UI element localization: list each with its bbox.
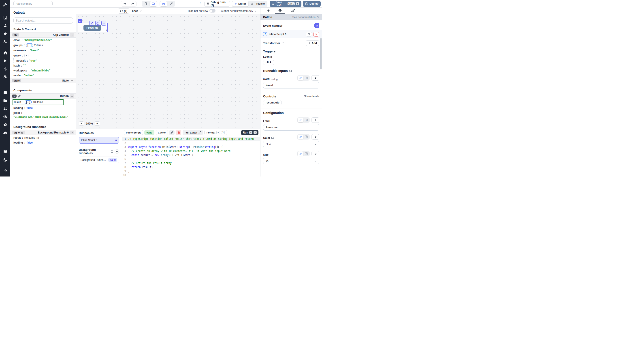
chevron-up-icon[interactable] <box>70 131 74 134</box>
format-button[interactable]: Format ⌘ S <box>204 130 227 135</box>
inline-script-tab[interactable]: Inline Script <box>124 130 143 135</box>
state-badge: state <box>12 79 21 82</box>
gear-icon[interactable] <box>0 121 10 129</box>
see-documentation-link[interactable]: See documentation <box>292 16 319 19</box>
zoom-out-button[interactable]: − <box>79 121 84 126</box>
building-icon[interactable] <box>0 14 10 22</box>
connect-input-button[interactable] <box>312 117 319 123</box>
home-icon[interactable] <box>0 49 10 57</box>
book-icon[interactable] <box>0 148 10 156</box>
mobile-view-button[interactable] <box>142 1 149 6</box>
more-menu-icon[interactable]: ⋮ <box>199 2 202 6</box>
anchor-handle[interactable] <box>95 21 100 26</box>
rail-divider <box>0 165 10 165</box>
deploy-button[interactable]: Deploy <box>303 1 321 7</box>
add-background-runnable-button[interactable] <box>115 149 119 154</box>
users-icon[interactable] <box>0 38 10 46</box>
calendar-icon[interactable] <box>0 89 10 97</box>
robot-icon[interactable] <box>0 129 10 137</box>
move-handle[interactable] <box>101 21 106 26</box>
static-mode-button[interactable] <box>298 135 304 139</box>
chevron-up-icon[interactable] <box>70 33 74 37</box>
zoom-in-button[interactable]: + <box>95 121 100 126</box>
user-icon[interactable] <box>0 22 10 30</box>
connect-input-button[interactable] <box>312 134 319 140</box>
color-select[interactable]: blue <box>263 141 319 147</box>
events-heading: Events <box>263 55 319 59</box>
code-lines[interactable]: 1// TypeScript function called "main" th… <box>122 136 260 177</box>
static-mode-button[interactable] <box>298 118 304 122</box>
static-mode-button[interactable] <box>298 76 304 80</box>
app-canvas[interactable]: a Press me − 100% + <box>76 14 260 129</box>
fullscreen-button[interactable] <box>168 1 175 6</box>
windmill-logo[interactable] <box>2 2 8 9</box>
tab-settings[interactable] <box>274 9 286 14</box>
show-details-link[interactable]: Show details <box>304 95 319 98</box>
ctx-label: App Context <box>53 33 69 37</box>
dollar-icon[interactable] <box>0 65 10 73</box>
cache-button[interactable]: Cache <box>156 130 168 135</box>
undo-button[interactable] <box>121 1 129 6</box>
bg0-section-header[interactable]: bg_0 Background Runnable 0 <box>10 130 76 135</box>
add-transformer-button[interactable]: Add <box>306 40 319 46</box>
runnable-inline-script-0[interactable]: Inline Script 0 a <box>79 137 119 144</box>
expand-array-badge[interactable]: [...] <box>26 44 33 47</box>
run-button[interactable]: Run ⌘ ↵ <box>241 130 258 135</box>
hide-bar-toggle[interactable] <box>210 9 216 13</box>
size-select[interactable]: xs <box>263 158 319 164</box>
expression-mode-button[interactable]: ƒ <box>304 118 309 122</box>
event-handler-script-row[interactable]: ƒ Inline Script 0 <box>260 30 322 38</box>
center-align-button[interactable] <box>160 1 167 6</box>
schedule-dropdown[interactable]: once <box>132 10 142 13</box>
delete-script-button[interactable] <box>176 130 181 135</box>
state-section-header[interactable]: state State <box>10 78 76 83</box>
full-editor-button[interactable]: Full Editor <box>182 130 203 135</box>
ctx-section-header[interactable]: ctx App Context <box>10 32 76 38</box>
connect-input-button[interactable] <box>312 151 319 156</box>
label-value-input[interactable] <box>263 124 319 131</box>
script-editor: Inline Script Valid Cache Full Editor Fo… <box>122 129 260 177</box>
expression-mode-button[interactable]: ƒ <box>304 76 309 80</box>
chevron-down-icon[interactable] <box>70 79 74 82</box>
pencil-icon[interactable] <box>18 95 21 98</box>
worker-group-icon[interactable] <box>0 105 10 113</box>
star-icon[interactable] <box>0 30 10 38</box>
app-summary-input[interactable] <box>14 1 52 6</box>
resize-handle[interactable] <box>105 30 107 31</box>
debug-runs-button[interactable]: Debug runs (2) <box>204 1 230 7</box>
play-icon[interactable] <box>0 57 10 65</box>
refresh-icon <box>120 10 123 12</box>
moon-icon[interactable] <box>0 156 10 164</box>
desktop-view-button[interactable] <box>150 1 157 6</box>
remove-script-button[interactable] <box>313 32 319 37</box>
expand-rail-icon[interactable] <box>0 167 10 175</box>
pencil-icon <box>300 119 302 121</box>
ai-wand-button[interactable] <box>169 130 174 135</box>
tab-editor[interactable]: Editor <box>232 1 248 7</box>
tab-preview[interactable]: Preview <box>248 1 267 7</box>
folder-open-icon[interactable] <box>0 97 10 105</box>
redo-button[interactable] <box>129 1 136 6</box>
expand-component-handle[interactable] <box>89 21 94 26</box>
ctx-row-username: username:"henri" <box>10 48 76 53</box>
open-script-button[interactable] <box>306 32 312 37</box>
search-outputs-input[interactable] <box>14 18 73 24</box>
expression-mode-button[interactable]: ƒ <box>304 135 309 139</box>
refresh-button[interactable]: (1) <box>118 8 129 14</box>
connect-input-button[interactable] <box>312 75 319 81</box>
chevron-up-icon[interactable] <box>70 94 74 98</box>
expression-mode-button[interactable]: ƒ <box>304 151 309 156</box>
scrollbar-thumb[interactable] <box>320 38 322 70</box>
save-draft-button[interactable]: Save draft CtrlS <box>270 1 302 7</box>
boxes-icon[interactable] <box>0 73 10 81</box>
eye-icon[interactable] <box>0 113 10 121</box>
component-a-header[interactable]: a Button <box>10 93 76 99</box>
tab-styling[interactable] <box>286 9 300 14</box>
expand-array-badge[interactable]: [...] <box>25 100 32 104</box>
close-icon <box>315 33 318 35</box>
button-component[interactable]: Press me <box>84 25 101 31</box>
word-value-input[interactable] <box>263 82 319 89</box>
runnable-bg0[interactable]: Background Runna... bg_0 <box>79 157 119 163</box>
tab-insert[interactable] <box>263 9 274 14</box>
static-mode-button[interactable] <box>298 151 304 156</box>
